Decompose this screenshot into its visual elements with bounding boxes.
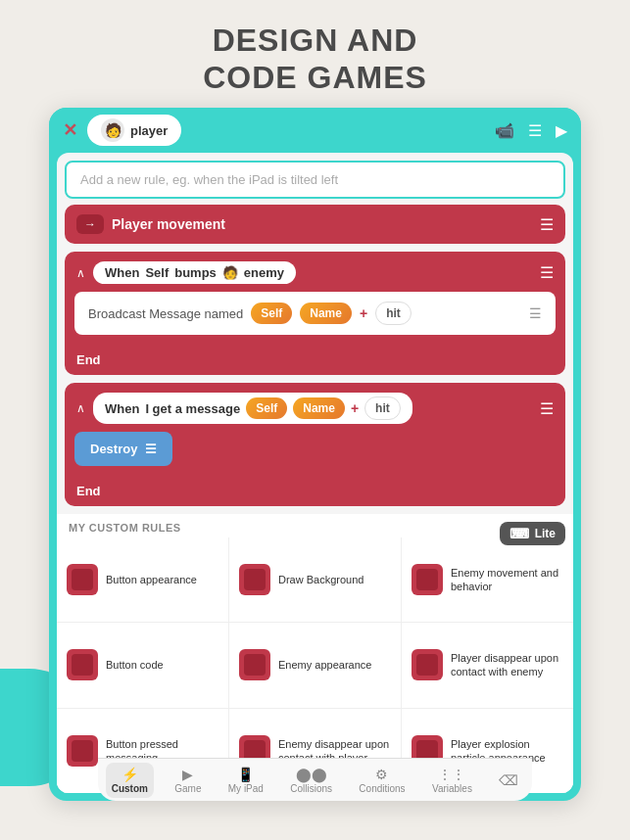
nav-item-conditions[interactable]: ⚙ Conditions — [353, 763, 411, 794]
rules-grid: Button appearance Draw Background Enemy … — [57, 537, 573, 793]
when-block-2: ∧ When I get a message Self Name + hit — [65, 383, 565, 506]
ipad-icon: 📱 — [237, 767, 254, 782]
rule-tile-5[interactable]: Player disappear upon contact with enemy — [402, 623, 573, 707]
tile-icon-6 — [67, 735, 98, 767]
name-pill-2[interactable]: Name — [293, 397, 345, 419]
self-label-1: Self — [145, 265, 169, 280]
rule-tile-0[interactable]: Button appearance — [57, 537, 228, 622]
enemy-label: enemy — [244, 265, 284, 280]
conditions-label: Conditions — [359, 783, 405, 794]
panel-topbar: ✕ 🧑 player 📹 ☰ ▶ — [49, 108, 581, 153]
when-row-1: ∧ When Self bumps 🧑 enemy ☰ — [65, 252, 565, 292]
when-label-1: When — [105, 265, 139, 280]
chevron-icon-2: ∧ — [76, 401, 85, 415]
collisions-icon: ⬤⬤ — [296, 767, 327, 782]
enemy-avatar: 🧑 — [222, 265, 238, 280]
nav-item-game[interactable]: ▶ Game — [169, 763, 207, 794]
broadcast-label: Broadcast Message named — [88, 306, 243, 321]
rule-tile-2[interactable]: Enemy movement and behavior — [402, 537, 573, 622]
close-button[interactable]: ✕ — [63, 119, 77, 141]
lite-badge[interactable]: ⌨ Lite — [500, 522, 565, 545]
camera-icon[interactable]: 📹 — [495, 121, 514, 140]
tile-text-4: Enemy appearance — [278, 658, 371, 672]
tile-icon-1 — [239, 564, 270, 595]
player-avatar: 🧑 — [101, 118, 124, 142]
broadcast-action-row: Broadcast Message named Self Name + hit … — [74, 292, 556, 335]
collisions-label: Collisions — [290, 783, 332, 794]
search-bar[interactable]: Add a new rule, eg. when the iPad is til… — [65, 161, 565, 199]
rule-tile-4[interactable]: Enemy appearance — [229, 623, 401, 707]
end-label-2: End — [65, 476, 565, 506]
self-pill-2[interactable]: Self — [246, 397, 287, 419]
rule-tile-1[interactable]: Draw Background — [229, 537, 401, 622]
destroy-container: Destroy ☰ — [65, 432, 565, 476]
when-badge-1[interactable]: When Self bumps 🧑 enemy — [93, 261, 296, 284]
tile-icon-2 — [412, 564, 443, 595]
destroy-menu[interactable]: ☰ — [145, 442, 157, 456]
when-label-2: When — [105, 401, 139, 416]
when-menu-2[interactable]: ☰ — [540, 399, 554, 418]
rule-title: Player movement — [112, 216, 532, 232]
game-icon: ▶ — [182, 767, 193, 782]
when-block-1: ∧ When Self bumps 🧑 enemy ☰ Broadcast Me… — [65, 252, 565, 375]
chevron-icon-1: ∧ — [76, 266, 85, 280]
nav-item-delete[interactable]: ⌫ — [493, 769, 524, 792]
player-label: player — [130, 123, 168, 138]
destroy-label: Destroy — [90, 442, 137, 456]
when-row-2: ∧ When I get a message Self Name + hit — [65, 383, 565, 432]
variables-label: Variables — [432, 783, 472, 794]
hit-pill-2[interactable]: hit — [364, 397, 401, 420]
tile-text-0: Button appearance — [106, 573, 197, 586]
when-badge-2[interactable]: When I get a message Self Name + hit — [93, 393, 412, 424]
main-panel: ✕ 🧑 player 📹 ☰ ▶ Add a new rule, eg. whe… — [49, 108, 581, 801]
content-scroll: → Player movement ☰ ∧ When Self bumps 🧑 … — [57, 205, 573, 793]
tile-icon-4 — [239, 649, 270, 680]
search-placeholder: Add a new rule, eg. when the iPad is til… — [80, 172, 338, 187]
nav-item-ipad[interactable]: 📱 My iPad — [222, 763, 269, 794]
message-label: I get a message — [145, 401, 240, 416]
custom-rules-title: MY CUSTOM RULES — [57, 514, 573, 537]
player-movement-block: → Player movement ☰ — [65, 205, 565, 244]
custom-label: Custom — [112, 783, 148, 794]
header: DESIGN AND CODE GAMES — [0, 0, 630, 113]
tile-text-5: Player disappear upon contact with enemy — [451, 651, 563, 679]
rule-header: → Player movement ☰ — [65, 205, 565, 244]
game-label: Game — [174, 783, 201, 794]
rule-tile-3[interactable]: Button code — [57, 623, 228, 707]
bumps-label: bumps — [174, 265, 217, 280]
ipad-label: My iPad — [228, 783, 264, 794]
bottom-nav: ⚡ Custom ▶ Game 📱 My iPad ⬤⬤ Collisions … — [98, 758, 532, 793]
page-title: DESIGN AND CODE GAMES — [20, 22, 610, 97]
tile-icon-0 — [67, 564, 98, 595]
tile-text-1: Draw Background — [278, 573, 363, 586]
conditions-icon: ⚙ — [375, 767, 388, 782]
tile-text-3: Button code — [106, 658, 164, 672]
rule-menu-icon[interactable]: ☰ — [540, 215, 554, 234]
custom-icon: ⚡ — [121, 767, 138, 782]
delete-icon: ⌫ — [499, 772, 518, 788]
end-label-1: End — [65, 345, 565, 375]
rule-badge: → — [76, 214, 104, 234]
self-pill[interactable]: Self — [251, 303, 292, 324]
keyboard-icon: ⌨ — [509, 526, 529, 541]
lite-label: Lite — [535, 527, 556, 540]
nav-item-custom[interactable]: ⚡ Custom — [106, 763, 154, 794]
when-menu-1[interactable]: ☰ — [540, 263, 554, 282]
variables-icon: ⋮⋮ — [438, 767, 465, 782]
nav-item-variables[interactable]: ⋮⋮ Variables — [426, 763, 478, 794]
plus-sign-1: + — [360, 305, 367, 321]
destroy-button[interactable]: Destroy ☰ — [74, 432, 172, 466]
tile-icon-5 — [412, 649, 443, 680]
action-menu-1[interactable]: ☰ — [529, 305, 542, 321]
topbar-icons: 📹 ☰ ▶ — [495, 121, 567, 140]
tile-text-2: Enemy movement and behavior — [451, 566, 563, 594]
badge-arrow: → — [84, 217, 96, 231]
play-icon[interactable]: ▶ — [556, 121, 567, 140]
nav-item-collisions[interactable]: ⬤⬤ Collisions — [284, 763, 338, 794]
hit-pill-1[interactable]: hit — [375, 302, 412, 325]
name-pill[interactable]: Name — [300, 303, 352, 324]
menu-icon[interactable]: ☰ — [528, 121, 542, 140]
plus-sign-2: + — [351, 400, 359, 416]
panel-content: Add a new rule, eg. when the iPad is til… — [57, 153, 573, 793]
player-tab[interactable]: 🧑 player — [87, 115, 181, 146]
